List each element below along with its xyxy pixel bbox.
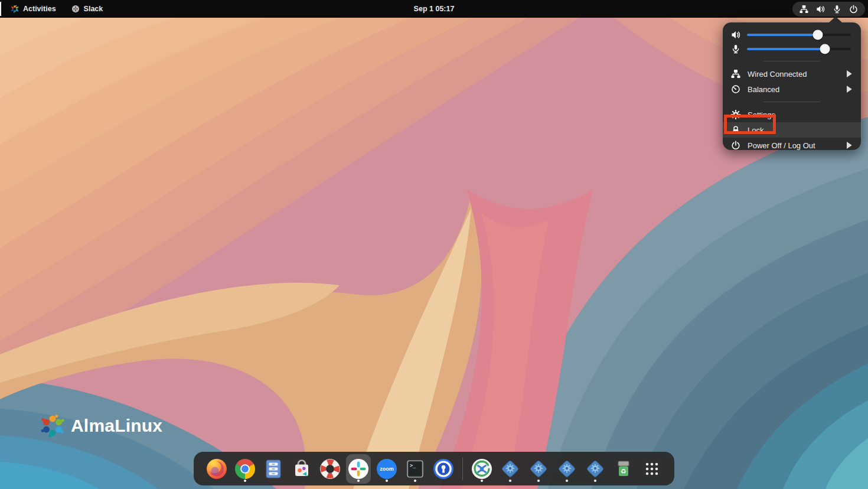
dock-item-executable-2[interactable] (526, 454, 551, 484)
microphone-icon (833, 5, 841, 14)
menu-item-wired-connected[interactable]: Wired Connected (723, 66, 861, 82)
terminal-icon: >_ (403, 457, 427, 481)
volume-slider[interactable] (747, 34, 851, 36)
dock-item-terminal[interactable]: >_ (403, 454, 428, 484)
system-menu-popover: Wired Connected Balanced Settings Lock P… (723, 22, 861, 150)
almalinux-mini-icon (11, 5, 19, 13)
running-dot (594, 480, 596, 482)
chevron-right-icon (844, 69, 854, 79)
screen: AlmaLinux Activities Slack (0, 0, 868, 489)
screen-edge-marker (0, 2, 1, 16)
network-wired-icon (731, 69, 740, 79)
power-icon (731, 141, 740, 150)
dock: zoom >_ (194, 452, 674, 485)
dock-item-software[interactable] (289, 454, 314, 484)
zoom-icon: zoom (375, 457, 399, 481)
top-bar: Activities Slack Sep 1 05:17 (0, 0, 868, 18)
dock-item-trash[interactable]: ♻ (611, 454, 636, 484)
app-indicator-slack[interactable]: Slack (71, 0, 103, 18)
activities-button[interactable]: Activities (11, 0, 56, 18)
microphone-icon (731, 44, 740, 54)
dock-item-remote-desktop[interactable] (469, 454, 494, 484)
dock-item-zoom[interactable]: zoom (374, 454, 399, 484)
running-dot (509, 480, 511, 482)
svg-text:zoom: zoom (380, 466, 394, 472)
menu-item-label: Power Off / Log Out (748, 141, 837, 150)
power-icon (849, 5, 858, 14)
svg-text:>_: >_ (410, 462, 416, 468)
dock-item-firefox[interactable] (204, 454, 229, 484)
microphone-slider[interactable] (747, 48, 851, 50)
running-dot (357, 480, 360, 482)
running-dot (244, 480, 246, 482)
running-dot (481, 480, 483, 482)
popover-arrow (829, 17, 842, 22)
dock-item-slack[interactable] (346, 454, 371, 484)
running-dot (566, 480, 568, 482)
menu-item-label: Wired Connected (748, 70, 837, 79)
clock-button[interactable]: Sep 1 05:17 (414, 0, 455, 18)
microphone-slider-row (723, 42, 861, 56)
files-icon (262, 457, 285, 481)
slack-icon (347, 457, 370, 481)
dock-item-executable-1[interactable] (498, 454, 523, 484)
help-lifebuoy-icon (318, 457, 342, 481)
lock-icon (731, 125, 740, 135)
chevron-right-icon (844, 84, 854, 94)
slack-status-icon (71, 5, 80, 13)
almalinux-logo-icon (40, 413, 65, 438)
trash-icon: ♻ (612, 457, 635, 481)
dock-item-files[interactable] (261, 454, 286, 484)
menu-item-lock[interactable]: Lock (723, 122, 861, 138)
running-dot (414, 480, 416, 482)
menu-separator (763, 102, 820, 102)
executable-app-icon (583, 457, 607, 481)
menu-item-power-off-log-out[interactable]: Power Off / Log Out (723, 138, 861, 153)
svg-text:♻: ♻ (621, 468, 626, 475)
brand-logo: AlmaLinux (40, 413, 162, 438)
firefox-icon (205, 457, 229, 481)
menu-item-label: Balanced (748, 85, 837, 94)
executable-app-icon (498, 457, 522, 481)
network-wired-icon (800, 5, 808, 14)
dock-item-chrome[interactable] (233, 454, 257, 484)
activities-label: Activities (23, 5, 56, 13)
volume-icon (731, 30, 740, 40)
running-dot (386, 480, 388, 482)
brand-logo-text: AlmaLinux (71, 416, 162, 436)
remote-desktop-icon (470, 457, 494, 481)
volume-icon (816, 5, 825, 14)
menu-item-label: Lock (748, 126, 854, 135)
chevron-right-icon (844, 141, 854, 150)
volume-slider-row (723, 28, 861, 42)
menu-separator (763, 61, 820, 61)
dock-item-app-grid[interactable] (639, 454, 664, 484)
app-grid-icon (640, 457, 664, 481)
dock-separator (462, 458, 463, 480)
system-menu-button[interactable] (792, 2, 865, 17)
chrome-icon (233, 457, 257, 481)
menu-item-label: Settings (748, 110, 854, 119)
dock-item-help[interactable] (318, 454, 342, 484)
1password-icon (432, 457, 455, 481)
volume-slider-handle[interactable] (812, 30, 823, 40)
clock-text: Sep 1 05:17 (414, 5, 455, 13)
microphone-slider-handle[interactable] (820, 44, 830, 54)
menu-item-balanced[interactable]: Balanced (723, 82, 861, 97)
app-indicator-label: Slack (84, 5, 103, 13)
gear-icon (731, 110, 740, 119)
running-dot (537, 480, 540, 482)
dock-item-executable-4[interactable] (583, 454, 608, 484)
executable-app-icon (527, 457, 550, 481)
menu-item-settings[interactable]: Settings (723, 107, 861, 122)
software-store-icon (290, 457, 314, 481)
executable-app-icon (555, 457, 579, 481)
dock-item-1password[interactable] (431, 454, 456, 484)
dock-item-executable-3[interactable] (554, 454, 579, 484)
power-profile-icon (731, 84, 740, 94)
